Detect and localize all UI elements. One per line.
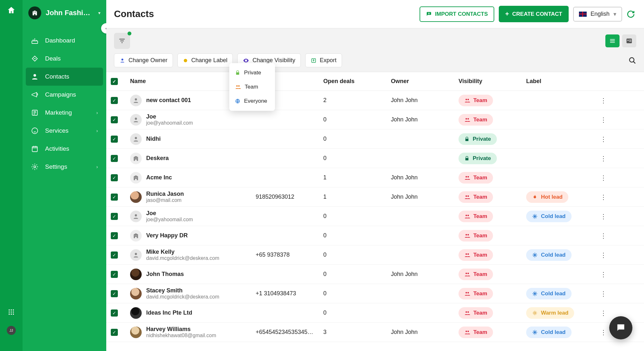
sidebar-item-campaigns[interactable]: Campaigns	[26, 86, 103, 104]
row-checkbox[interactable]: ✓	[111, 97, 118, 104]
col-owner[interactable]: Owner	[391, 78, 459, 85]
col-open-deals[interactable]: Open deals	[323, 78, 391, 85]
sidebar-item-settings[interactable]: Settings›	[26, 158, 103, 176]
cell-owner: John John	[391, 194, 459, 200]
sidebar-item-deals[interactable]: Deals	[26, 50, 103, 68]
export-button[interactable]: Export	[305, 53, 342, 67]
contact-avatar	[130, 114, 142, 126]
visibility-option-private[interactable]: Private	[229, 66, 275, 80]
table-row[interactable]: ✓ Acme Inc 1 John John Team ⋮	[106, 168, 644, 187]
sidebar-item-services[interactable]: Services›	[26, 122, 103, 140]
row-menu-button[interactable]: ⋮	[597, 270, 610, 278]
export-label: Export	[320, 57, 336, 64]
row-checkbox[interactable]: ✓	[111, 174, 118, 181]
home-icon[interactable]	[7, 6, 16, 15]
dashboard-icon	[31, 37, 39, 44]
col-visibility[interactable]: Visibility	[459, 78, 526, 85]
row-menu-button[interactable]: ⋮	[597, 193, 610, 201]
row-menu-button[interactable]: ⋮	[597, 174, 610, 182]
svg-point-50	[468, 311, 469, 313]
chat-widget-button[interactable]	[609, 316, 632, 339]
change-owner-button[interactable]: Change Owner	[114, 53, 173, 67]
table-row[interactable]: ✓ Mike Kellydavid.mcgoldrick@deskera.com…	[106, 245, 644, 265]
select-all-checkbox[interactable]: ✓	[111, 78, 118, 85]
row-checkbox[interactable]: ✓	[111, 271, 118, 278]
cell-open-deals: 0	[323, 213, 391, 220]
table-row[interactable]: ✓ Runica Jasonjaso@mail.com 918520963012…	[106, 187, 644, 207]
search-icon[interactable]	[629, 57, 636, 64]
view-list-button[interactable]	[605, 34, 620, 47]
row-checkbox[interactable]: ✓	[111, 329, 118, 336]
svg-point-19	[121, 59, 123, 61]
cell-open-deals: 0	[323, 309, 391, 316]
change-label-button[interactable]: Change Label	[177, 53, 233, 67]
col-label[interactable]: Label	[526, 78, 597, 85]
contact-avatar	[130, 211, 142, 222]
table-row[interactable]: ✓ Joejoe@yahoomail.com 0 John John Team …	[106, 110, 644, 129]
row-menu-button[interactable]: ⋮	[597, 251, 610, 259]
import-contacts-button[interactable]: IMPORT CONTACTS	[420, 6, 494, 22]
table-row[interactable]: ✓ new contact 001 2 John John Team ⋮	[106, 91, 644, 110]
contact-name: Ideas Inc Pte Ltd	[146, 309, 192, 316]
visibility-option-team[interactable]: Team	[229, 80, 275, 94]
table-row[interactable]: ✓ Ideas Inc Pte Ltd 0 Team Warm lead ⋮	[106, 303, 644, 323]
svg-point-33	[466, 176, 467, 177]
sidebar-item-contacts[interactable]: Contacts	[26, 68, 103, 86]
row-menu-button[interactable]: ⋮	[597, 97, 610, 104]
refresh-icon[interactable]	[627, 10, 635, 18]
sidebar-item-label: Marketing	[45, 109, 72, 116]
app-rail: JJ	[0, 0, 23, 351]
import-icon	[426, 11, 432, 17]
contact-avatar	[130, 133, 142, 145]
create-contact-button[interactable]: + CREATE CONTACT	[499, 6, 569, 22]
sidebar-item-marketing[interactable]: Marketing›	[26, 104, 103, 122]
filter-button[interactable]	[114, 33, 130, 49]
org-name: John Fashio…	[46, 9, 94, 17]
row-checkbox[interactable]: ✓	[111, 290, 118, 297]
table-row[interactable]: ✓ Very Happy DR 0 Team ⋮	[106, 226, 644, 245]
svg-rect-18	[629, 41, 631, 42]
contact-avatar	[130, 307, 142, 319]
row-checkbox[interactable]: ✓	[111, 155, 118, 162]
row-checkbox[interactable]: ✓	[111, 213, 118, 220]
row-menu-button[interactable]: ⋮	[597, 213, 610, 220]
visibility-option-everyone[interactable]: Everyone	[229, 94, 275, 108]
row-checkbox[interactable]: ✓	[111, 194, 118, 201]
svg-point-49	[466, 311, 467, 313]
row-menu-button[interactable]: ⋮	[597, 135, 610, 143]
user-avatar-badge[interactable]: JJ	[7, 326, 16, 335]
contact-avatar	[130, 269, 142, 280]
sidebar-item-activities[interactable]: Activities	[26, 140, 103, 158]
table-row[interactable]: ✓ Deskera 0 Private ⋮	[106, 149, 644, 168]
row-checkbox[interactable]: ✓	[111, 232, 118, 239]
row-menu-button[interactable]: ⋮	[597, 155, 610, 162]
org-switcher[interactable]: John Fashio… ▾	[23, 0, 106, 27]
language-selector[interactable]: English ▾	[573, 7, 622, 22]
svg-point-36	[468, 195, 469, 197]
apps-icon[interactable]	[8, 308, 15, 316]
row-checkbox[interactable]: ✓	[111, 136, 118, 143]
private-icon	[464, 137, 469, 142]
create-contact-label: CREATE CONTACT	[512, 11, 562, 17]
table-row[interactable]: ✓ Harvey Williamsnidhishekhawat08@gmail.…	[106, 323, 644, 342]
sidebar-item-dashboard[interactable]: Dashboard	[26, 32, 103, 50]
chevron-down-icon: ▾	[613, 11, 616, 18]
row-menu-button[interactable]: ⋮	[597, 309, 610, 317]
team-icon	[464, 98, 470, 103]
row-menu-button[interactable]: ⋮	[597, 328, 610, 336]
view-card-button[interactable]	[622, 34, 636, 47]
svg-point-16	[628, 40, 629, 41]
sidebar-item-label: Campaigns	[45, 91, 76, 98]
svg-point-12	[32, 128, 38, 134]
row-checkbox[interactable]: ✓	[111, 116, 118, 123]
label-pill: Hot lead	[526, 191, 568, 203]
row-menu-button[interactable]: ⋮	[597, 116, 610, 124]
row-checkbox[interactable]: ✓	[111, 251, 118, 259]
row-checkbox[interactable]: ✓	[111, 309, 118, 317]
row-menu-button[interactable]: ⋮	[597, 232, 610, 240]
table-row[interactable]: ✓ Joejoe@yahoomail.com 0 Team Cold lead …	[106, 207, 644, 226]
table-row[interactable]: ✓ Nidhi 0 Private ⋮	[106, 129, 644, 149]
table-row[interactable]: ✓ John Thomas 0 John John Team ⋮	[106, 265, 644, 284]
row-menu-button[interactable]: ⋮	[597, 290, 610, 298]
table-row[interactable]: ✓ Stacey Smithdavid.mcgoldrick@deskera.c…	[106, 284, 644, 303]
